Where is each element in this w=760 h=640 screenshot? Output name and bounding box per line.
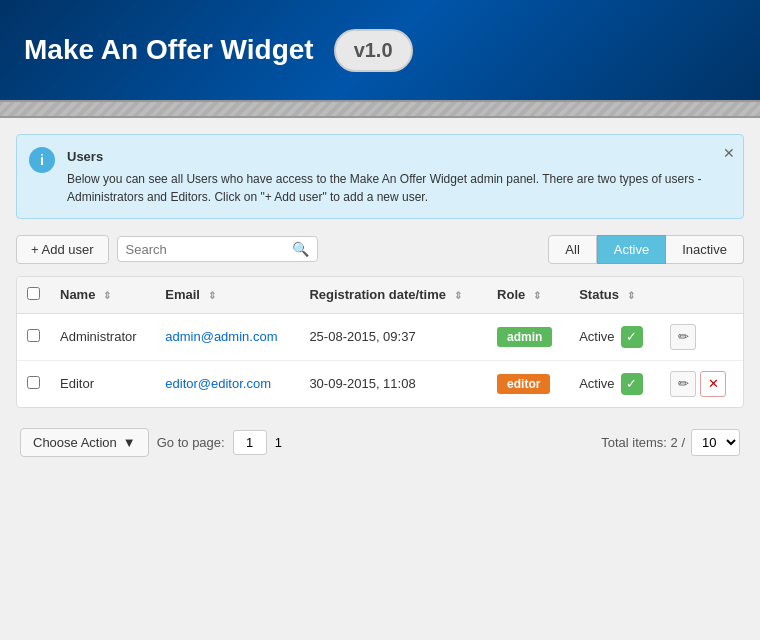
- main-content: i Users Below you can see all Users who …: [0, 118, 760, 481]
- row-role: editor: [487, 360, 569, 407]
- row-checkbox-cell: [17, 313, 50, 360]
- row-actions: ✏ ✕: [660, 360, 743, 407]
- edit-button[interactable]: ✏: [670, 371, 696, 397]
- header-role[interactable]: Role ⇕: [487, 277, 569, 314]
- total-items-label: Total items: 2 /: [601, 435, 685, 450]
- row-checkbox[interactable]: [27, 329, 40, 342]
- filter-buttons: All Active Inactive: [548, 235, 744, 264]
- toolbar: + Add user 🔍 All Active Inactive: [16, 235, 744, 264]
- row-role: admin: [487, 313, 569, 360]
- row-email: admin@admin.com: [155, 313, 299, 360]
- row-status: Active ✓: [569, 313, 660, 360]
- filter-active-button[interactable]: Active: [597, 235, 666, 264]
- header: Make An Offer Widget v1.0: [0, 0, 760, 100]
- table-row: Administrator admin@admin.com 25-08-2015…: [17, 313, 743, 360]
- info-box-close-button[interactable]: ✕: [723, 143, 735, 164]
- total-info: Total items: 2 / 10 25 50: [601, 429, 740, 456]
- row-checkbox[interactable]: [27, 376, 40, 389]
- row-name: Administrator: [50, 313, 155, 360]
- role-badge: admin: [497, 327, 552, 347]
- row-actions: ✏: [660, 313, 743, 360]
- row-name: Editor: [50, 360, 155, 407]
- stripe-divider: [0, 100, 760, 118]
- header-checkbox-col: [17, 277, 50, 314]
- row-checkbox-cell: [17, 360, 50, 407]
- per-page-select[interactable]: 10 25 50: [691, 429, 740, 456]
- role-badge: editor: [497, 374, 550, 394]
- header-name[interactable]: Name ⇕: [50, 277, 155, 314]
- status-label: Active: [579, 376, 614, 391]
- status-label: Active: [579, 329, 614, 344]
- choose-action-button[interactable]: Choose Action ▼: [20, 428, 149, 457]
- info-icon: i: [29, 147, 55, 173]
- row-reg-date: 25-08-2015, 09:37: [299, 313, 487, 360]
- app-version: v1.0: [334, 29, 413, 72]
- choose-action-arrow-icon: ▼: [123, 435, 136, 450]
- info-box-text: Below you can see all Users who have acc…: [67, 170, 731, 206]
- select-all-checkbox[interactable]: [27, 287, 40, 300]
- users-table: Name ⇕ Email ⇕ Registration date/time ⇕ …: [17, 277, 743, 407]
- info-box: i Users Below you can see all Users who …: [16, 134, 744, 219]
- status-toggle[interactable]: ✓: [621, 326, 643, 348]
- name-sort-icon: ⇕: [103, 290, 111, 301]
- filter-inactive-button[interactable]: Inactive: [666, 235, 744, 264]
- app-title: Make An Offer Widget: [24, 34, 314, 66]
- email-sort-icon: ⇕: [208, 290, 216, 301]
- header-email[interactable]: Email ⇕: [155, 277, 299, 314]
- role-sort-icon: ⇕: [533, 290, 541, 301]
- page-number-input[interactable]: [233, 430, 267, 455]
- edit-button[interactable]: ✏: [670, 324, 696, 350]
- row-reg-date: 30-09-2015, 11:08: [299, 360, 487, 407]
- users-table-container: Name ⇕ Email ⇕ Registration date/time ⇕ …: [16, 276, 744, 408]
- regdate-sort-icon: ⇕: [454, 290, 462, 301]
- filter-all-button[interactable]: All: [548, 235, 596, 264]
- info-box-title: Users: [67, 147, 731, 167]
- row-email: editor@editor.com: [155, 360, 299, 407]
- delete-button[interactable]: ✕: [700, 371, 726, 397]
- search-input[interactable]: [126, 242, 286, 257]
- status-toggle[interactable]: ✓: [621, 373, 643, 395]
- header-reg-date[interactable]: Registration date/time ⇕: [299, 277, 487, 314]
- search-icon: 🔍: [292, 241, 309, 257]
- row-status: Active ✓: [569, 360, 660, 407]
- table-footer: Choose Action ▼ Go to page: 1 Total item…: [16, 420, 744, 465]
- page-total: 1: [275, 435, 282, 450]
- header-status[interactable]: Status ⇕: [569, 277, 660, 314]
- header-actions: [660, 277, 743, 314]
- search-box: 🔍: [117, 236, 318, 262]
- table-header-row: Name ⇕ Email ⇕ Registration date/time ⇕ …: [17, 277, 743, 314]
- choose-action-label: Choose Action: [33, 435, 117, 450]
- table-row: Editor editor@editor.com 30-09-2015, 11:…: [17, 360, 743, 407]
- add-user-button[interactable]: + Add user: [16, 235, 109, 264]
- status-sort-icon: ⇕: [627, 290, 635, 301]
- goto-label: Go to page:: [157, 435, 225, 450]
